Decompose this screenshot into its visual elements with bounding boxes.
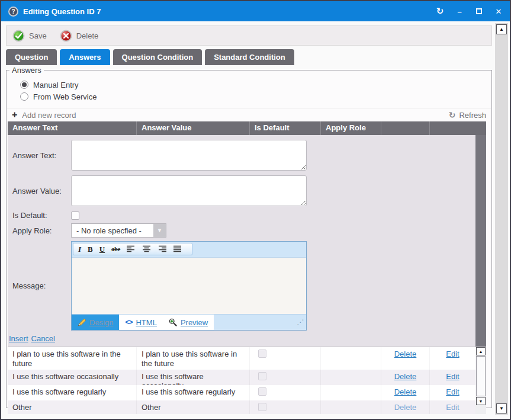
is-default-label: Is Default:	[8, 211, 71, 220]
tab-question[interactable]: Question	[6, 49, 57, 65]
delete-button[interactable]: Delete	[60, 30, 99, 42]
edit-row-link[interactable]: Edit	[446, 403, 459, 412]
editor-tab-design[interactable]: Design	[72, 315, 119, 330]
italic-icon[interactable]: I	[78, 245, 81, 253]
align-center-icon[interactable]	[142, 245, 151, 253]
column-header-apply-role[interactable]: Apply Role	[320, 121, 381, 135]
message-editor: I B U abe	[71, 241, 307, 331]
tab-answers[interactable]: Answers	[60, 49, 110, 65]
editor-toolbar: I B U abe	[72, 242, 306, 257]
apply-role-select[interactable]: - No role specfied - ▼	[71, 223, 166, 238]
add-new-record-button[interactable]: + Add new record	[12, 110, 76, 120]
edit-row-link[interactable]: Edit	[446, 350, 459, 358]
cell-answer-text: I use this software occasionally	[8, 370, 136, 385]
scroll-down-icon[interactable]: ▼	[476, 397, 486, 405]
minimize-icon[interactable]: –	[455, 7, 464, 15]
save-label: Save	[29, 31, 47, 40]
tab-standard-condition[interactable]: Standard Condition	[205, 49, 294, 65]
apply-role-label: Apply Role:	[8, 226, 71, 235]
cell-answer-text: I plan to use this software in the futur…	[8, 347, 136, 370]
is-default-row-checkbox[interactable]	[258, 350, 266, 358]
table-row[interactable]: Other Other Delete Edit	[8, 400, 475, 414]
cell-edit: Edit	[429, 400, 475, 414]
column-header-answer-value[interactable]: Answer Value	[136, 121, 249, 135]
delete-row-link[interactable]: Delete	[394, 387, 417, 396]
answer-text-input[interactable]	[71, 140, 307, 171]
align-left-icon[interactable]	[127, 245, 136, 253]
insert-link[interactable]: Insert	[9, 334, 28, 343]
action-toolbar: Save Delete	[6, 25, 492, 46]
column-header-empty-1	[381, 121, 429, 135]
is-default-row-checkbox[interactable]	[258, 372, 266, 380]
cancel-link[interactable]: Cancel	[31, 334, 55, 343]
editor-tab-html[interactable]: <> HTML	[119, 315, 162, 330]
is-default-row-checkbox[interactable]	[258, 403, 266, 411]
magnifier-icon	[169, 318, 177, 326]
scroll-up-icon[interactable]: ▲	[496, 24, 507, 34]
scroll-up-icon[interactable]: ▲	[476, 347, 486, 355]
column-header-answer-text[interactable]: Answer Text	[8, 121, 136, 135]
cell-edit: Edit	[429, 385, 475, 400]
table-row[interactable]: I plan to use this software in the futur…	[8, 347, 475, 370]
cell-apply-role	[320, 347, 381, 370]
radio-from-web-service-label: From Web Service	[33, 92, 97, 101]
underline-icon[interactable]: U	[99, 245, 105, 253]
cell-apply-role	[320, 385, 381, 400]
form-side-strip	[475, 135, 486, 347]
window-scrollbar[interactable]: ▲ ▼	[495, 23, 508, 415]
edit-row-link[interactable]: Edit	[446, 387, 459, 396]
align-right-icon[interactable]	[158, 245, 166, 253]
save-button[interactable]: Save	[12, 30, 47, 42]
column-header-is-default[interactable]: Is Default	[249, 121, 320, 135]
is-default-checkbox[interactable]	[71, 211, 79, 220]
design-label: Design	[89, 318, 113, 327]
cell-delete: Delete	[381, 385, 429, 400]
strikethrough-icon[interactable]: abe	[111, 246, 120, 252]
resize-grip-icon[interactable]: ⋰	[297, 318, 304, 326]
grid-command-bar: + Add new record ↻ Refresh	[7, 108, 491, 121]
bold-icon[interactable]: B	[88, 245, 93, 253]
edit-question-dialog: ? Editing Question ID 7 ↻ – ✕ Save	[0, 0, 511, 420]
cell-delete: Delete	[381, 370, 429, 385]
tab-question-condition[interactable]: Question Condition	[113, 49, 203, 65]
delete-row-link[interactable]: Delete	[394, 403, 417, 412]
plus-icon: +	[12, 110, 17, 120]
titlebar: ? Editing Question ID 7 ↻ – ✕	[1, 1, 510, 21]
cell-answer-value: I use this software occasionally	[136, 370, 249, 385]
answer-value-input[interactable]	[71, 175, 307, 206]
message-input[interactable]	[72, 257, 306, 315]
cell-apply-role	[320, 400, 381, 414]
edit-row-link[interactable]: Edit	[446, 372, 459, 381]
cell-answer-value: I use this software regularly	[136, 385, 249, 400]
table-row[interactable]: I use this software regularly I use this…	[8, 385, 475, 400]
save-icon	[12, 30, 25, 42]
radio-from-web-service[interactable]: From Web Service	[20, 91, 491, 102]
html-label: HTML	[136, 318, 156, 327]
refresh-window-icon[interactable]: ↻	[436, 7, 444, 15]
grid-scrollbar[interactable]: ▲ ▼	[475, 347, 486, 414]
grid-scrollbar-thumb[interactable]	[476, 356, 486, 396]
answers-grid: Answer Text Answer Value Is Default Appl…	[8, 121, 486, 414]
cell-apply-role	[320, 370, 381, 385]
preview-label: Preview	[181, 318, 208, 327]
is-default-row-checkbox[interactable]	[258, 387, 266, 396]
delete-row-link[interactable]: Delete	[394, 372, 417, 381]
scroll-down-icon[interactable]: ▼	[496, 403, 507, 413]
close-icon[interactable]: ✕	[494, 7, 503, 15]
entry-mode-radios: Manual Entry From Web Service	[7, 75, 491, 108]
help-icon[interactable]: ?	[8, 7, 18, 17]
editor-tab-preview[interactable]: Preview	[163, 315, 214, 330]
maximize-icon[interactable]	[475, 7, 483, 15]
refresh-grid-button[interactable]: ↻ Refresh	[449, 110, 486, 120]
table-row[interactable]: I use this software occasionally I use t…	[8, 370, 475, 385]
refresh-icon: ↻	[449, 110, 456, 120]
html-tag-icon: <>	[125, 318, 132, 326]
radio-manual-entry[interactable]: Manual Entry	[20, 79, 491, 91]
cell-answer-value: Other	[136, 400, 249, 414]
cell-delete: Delete	[381, 347, 429, 370]
insert-row-form: Answer Text: Answer Value: Is Default:	[8, 135, 486, 347]
align-justify-icon[interactable]	[173, 245, 182, 253]
cell-answer-value: I plan to use this software in the futur…	[136, 347, 249, 370]
window-controls: ↻ – ✕	[436, 7, 503, 15]
delete-row-link[interactable]: Delete	[394, 350, 417, 358]
